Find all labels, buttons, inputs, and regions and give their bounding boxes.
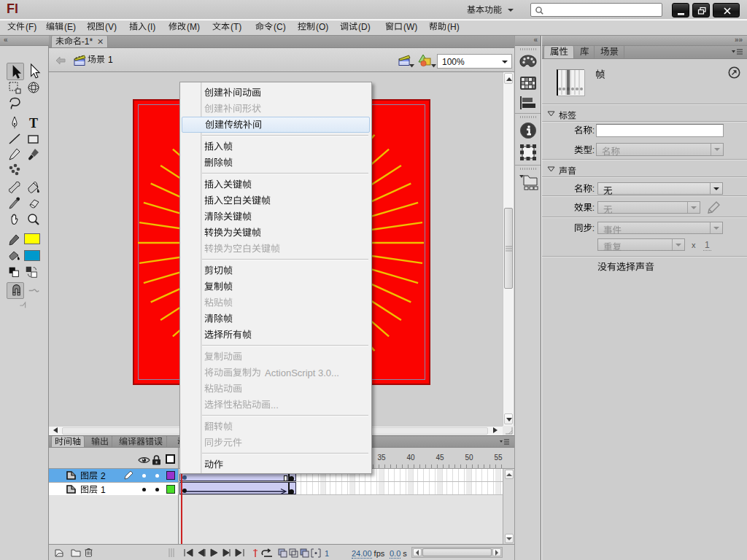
svg-text:T: T xyxy=(29,116,38,131)
